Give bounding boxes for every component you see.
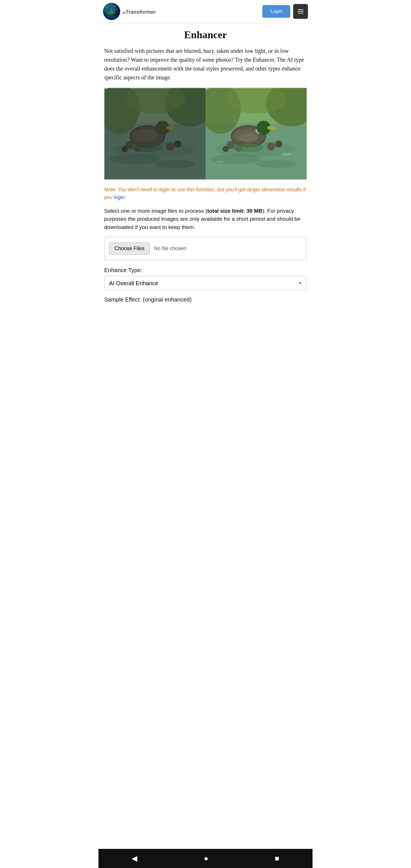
svg-point-43 xyxy=(238,134,259,142)
after-image xyxy=(205,88,307,180)
svg-point-32 xyxy=(211,154,261,164)
size-limit: total size limit: 30 MB xyxy=(207,208,262,214)
menu-line-3 xyxy=(298,13,304,13)
login-button[interactable]: Login xyxy=(262,5,290,18)
file-input-area: Choose Files No file chosen xyxy=(104,237,307,260)
menu-button[interactable] xyxy=(293,4,308,19)
svg-point-49 xyxy=(233,144,263,152)
svg-point-6 xyxy=(116,6,116,6)
svg-point-5 xyxy=(107,7,108,8)
svg-point-50 xyxy=(281,152,291,156)
header: aiTransformer Login xyxy=(98,0,313,23)
menu-line-2 xyxy=(298,11,304,12)
logo-text: aiTransformer xyxy=(122,7,156,16)
menu-line-1 xyxy=(298,9,304,10)
note-text: Note: You don't need to login to use thi… xyxy=(104,187,306,200)
instructions-text: Select one or more image files to proces… xyxy=(104,207,307,231)
page-title: Enhancer xyxy=(104,29,307,41)
enhance-type-section: Enhance Type: AI Overall Enhance Sharpen… xyxy=(104,267,307,291)
description-text: Not satisfied with pictures that are blu… xyxy=(104,46,307,82)
svg-point-46 xyxy=(223,146,229,152)
file-input-row: Choose Files No file chosen xyxy=(109,242,302,255)
logo-container: aiTransformer xyxy=(103,3,156,20)
svg-point-51 xyxy=(217,161,225,163)
before-image xyxy=(104,88,205,180)
svg-point-8 xyxy=(106,16,117,19)
main-content: Enhancer Not satisfied with pictures tha… xyxy=(98,23,313,311)
login-link[interactable]: login xyxy=(114,194,125,200)
sample-effect-text: Sample Effect: (original enhanced) xyxy=(104,297,307,303)
svg-point-47 xyxy=(267,143,275,151)
enhance-type-select[interactable]: AI Overall Enhance Sharpen Denoise Deblu… xyxy=(104,276,307,291)
enhance-type-label: Enhance Type: xyxy=(104,267,307,274)
file-name-display: No file chosen xyxy=(154,246,186,252)
instructions-prefix: Select one or more image files to proces… xyxy=(104,208,207,214)
svg-rect-28 xyxy=(104,89,205,180)
svg-point-41 xyxy=(267,126,275,130)
note-end: . xyxy=(125,194,126,200)
logo-icon xyxy=(103,3,120,20)
note-main: Note: You don't need to login to use thi… xyxy=(104,187,306,200)
svg-point-48 xyxy=(275,141,282,148)
note-section: Note: You don't need to login to use thi… xyxy=(104,186,307,201)
image-comparison xyxy=(104,88,307,180)
header-buttons: Login xyxy=(262,4,308,19)
choose-files-button[interactable]: Choose Files xyxy=(109,242,150,255)
svg-point-33 xyxy=(256,160,296,168)
svg-point-7 xyxy=(117,9,117,9)
